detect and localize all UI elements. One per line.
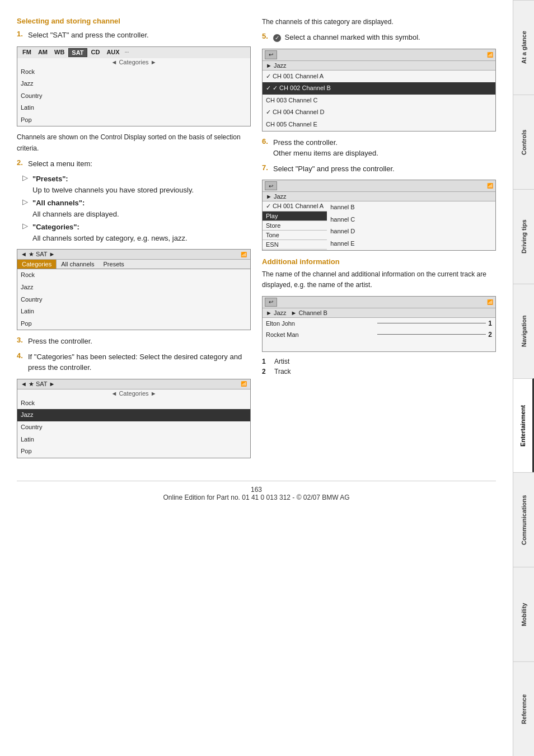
nav-aux: AUX xyxy=(104,48,122,57)
tab-presets-screen[interactable]: Presets xyxy=(99,260,129,269)
step-7-num: 7. xyxy=(262,163,270,175)
screen5-header: ↩ 📶 xyxy=(263,180,495,192)
s3-pop: Pop xyxy=(17,445,250,458)
legend: 1 Artist 2 Track xyxy=(262,358,496,375)
screen-mock-1: FM AM WB SAT CD AUX ... ◄ Categories ► R… xyxy=(17,46,251,127)
legend-num-1: 1 xyxy=(262,358,270,365)
step-3-text: Press the controller. xyxy=(28,336,251,347)
screen1-pop: Pop xyxy=(17,114,250,126)
screen6-row1: Elton John 1 xyxy=(263,318,495,329)
screen-mock-5: ↩ 📶 ► Jazz ✓ CH 001 Channel A Play Store… xyxy=(262,180,496,250)
screen4-header: ↩ 📶 xyxy=(263,49,495,61)
s4-ch004: CH 004 Channel D xyxy=(263,106,495,119)
screen5-body: ✓ CH 001 Channel A Play Store Tone ESN h… xyxy=(263,201,495,250)
tab-at-a-glance[interactable]: At a glance xyxy=(513,0,534,95)
s3-latin: Latin xyxy=(17,434,250,446)
screen6-channel: ► Channel B xyxy=(291,309,327,316)
bullet-categories-text: All channels sorted by category, e.g. ne… xyxy=(32,234,188,242)
screen6-num1: 1 xyxy=(488,320,492,327)
screen4-nav: ► Jazz xyxy=(263,61,495,71)
s4-ch005: CH 005 Channel E xyxy=(263,119,495,131)
s2-jazz: Jazz xyxy=(17,281,250,294)
s2-latin: Latin xyxy=(17,306,250,318)
nav-sat: SAT xyxy=(68,48,87,57)
screen-mock-4: ↩ 📶 ► Jazz CH 001 Channel A ✓ CH 002 Cha… xyxy=(262,49,496,132)
screen6-nav: ► Jazz ► Channel B xyxy=(263,308,495,318)
bullet-allchannels-content: "All channels": All channels are display… xyxy=(32,198,251,219)
screen5-nav: ► Jazz xyxy=(263,192,495,201)
overlay-esn: ESN xyxy=(263,240,327,250)
tab-mobility[interactable]: Mobility xyxy=(513,567,534,661)
screen4-back: ↩ xyxy=(265,50,277,59)
nav-cd: CD xyxy=(88,48,103,57)
step-3-num: 3. xyxy=(17,336,25,347)
step-4-text: If "Categories" has been selected: Selec… xyxy=(28,351,251,373)
screen3-categories: ◄ Categories ► xyxy=(17,389,250,397)
tab-entertainment[interactable]: Entertainment xyxy=(513,378,534,473)
screen3-nav: ◄ ★ SAT ► 📶 xyxy=(17,379,250,389)
s2-pop: Pop xyxy=(17,318,250,330)
screen6-num2: 2 xyxy=(488,331,492,339)
side-tabs: At a glance Controls Driving tips Naviga… xyxy=(513,0,534,756)
screen1-country: Country xyxy=(17,90,250,102)
bullet-allchannels-text: All channels are displayed. xyxy=(32,210,119,218)
bullet-presets-content: "Presets": Up to twelve channels you hav… xyxy=(32,173,251,195)
s5-hannelb: hannel B xyxy=(327,201,495,214)
legend-label-1: Artist xyxy=(274,358,289,365)
channels-text: Channels are shown on the Control Displa… xyxy=(17,132,251,153)
tab-communications[interactable]: Communications xyxy=(513,472,534,567)
legend-1: 1 Artist xyxy=(262,358,496,365)
s3-country: Country xyxy=(17,421,250,434)
tab-navigation[interactable]: Navigation xyxy=(513,284,534,378)
screen5-jazz: ► Jazz xyxy=(266,193,287,200)
bullet-categories-content: "Categories": All channels sorted by cat… xyxy=(32,222,251,243)
tab-allchannels-screen[interactable]: All channels xyxy=(57,260,99,269)
s5-ch001-row: ✓ CH 001 Channel A xyxy=(263,201,327,212)
step-6: 6. Press the controller. Other menu item… xyxy=(262,137,496,159)
s4-ch003: CH 003 Channel C xyxy=(263,95,495,107)
screen6-jazz: ► Jazz xyxy=(266,309,287,316)
screen6-line1 xyxy=(377,323,486,323)
main-content: Selecting and storing channel 1. Select … xyxy=(0,0,513,518)
step-2-num: 2. xyxy=(17,158,25,170)
bullet-presets-label: "Presets": xyxy=(32,175,68,183)
overlay-store: Store xyxy=(263,221,327,231)
screen1-nav: FM AM WB SAT CD AUX ... xyxy=(17,47,250,58)
screen2-nav-label: ◄ ★ SAT ► xyxy=(21,251,55,258)
tab-controls[interactable]: Controls xyxy=(513,95,534,189)
bullet-presets-text: Up to twelve channels you have stored pr… xyxy=(32,186,194,194)
step5-intro: The channels of this category are displa… xyxy=(262,17,496,27)
tab-categories-screen[interactable]: Categories xyxy=(17,260,57,269)
tab-reference[interactable]: Reference xyxy=(513,661,534,756)
nav-dots: ... xyxy=(125,48,129,57)
screen6-back: ↩ xyxy=(265,298,277,307)
step-6-text: Press the controller. Other menu items a… xyxy=(273,137,496,159)
nav-wb: WB xyxy=(51,48,67,57)
step-2-text: Select a menu item: xyxy=(28,158,251,170)
additional-info-heading: Additional information xyxy=(262,257,496,266)
bullet-presets: ▷ "Presets": Up to twelve channels you h… xyxy=(22,173,251,195)
overlay-tone: Tone xyxy=(263,231,327,240)
step-7-text: Select "Play" and press the controller. xyxy=(273,163,496,175)
step-2: 2. Select a menu item: xyxy=(17,158,251,170)
footer-text: Online Edition for Part no. 01 41 0 013 … xyxy=(163,494,349,501)
overlay-play: Play xyxy=(263,212,327,221)
nav-am: AM xyxy=(35,48,50,57)
tab-driving-tips[interactable]: Driving tips xyxy=(513,189,534,284)
screen5-back: ↩ xyxy=(265,181,277,190)
screen4-jazz: ► Jazz xyxy=(266,62,287,69)
s4-ch001: CH 001 Channel A xyxy=(263,71,495,83)
step-5: 5. ✓ Select a channel marked with this s… xyxy=(262,32,496,43)
screen5-signal: 📶 xyxy=(487,183,493,189)
s3-jazz: Jazz xyxy=(17,409,250,421)
screen3-nav-label: ◄ ★ SAT ► xyxy=(21,381,55,388)
legend-label-2: Track xyxy=(274,368,291,375)
step-1-text: Select "SAT" and press the controller. xyxy=(28,30,251,41)
screen-mock-3: ◄ ★ SAT ► 📶 ◄ Categories ► Rock Jazz Cou… xyxy=(17,379,251,458)
screen1-jazz: Jazz xyxy=(17,78,250,90)
s3-rock: Rock xyxy=(17,397,250,410)
left-column: Selecting and storing channel 1. Select … xyxy=(17,17,251,464)
step-3: 3. Press the controller. xyxy=(17,336,251,347)
s5-hannelc: hannel C xyxy=(327,214,495,226)
bullet-arrow-2: ▷ xyxy=(22,198,29,219)
